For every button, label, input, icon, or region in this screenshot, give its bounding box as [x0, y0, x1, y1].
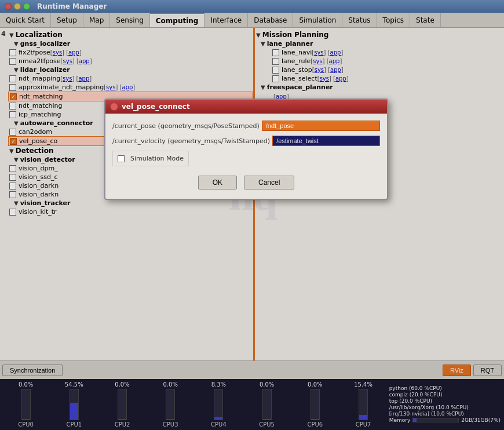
dialog-row-velocity: /current_velocity (geometry_msgs/TwistSt…	[112, 136, 380, 146]
checkbox-simulation-mode[interactable]	[118, 155, 125, 162]
dialog-overlay: vel_pose_connect /current_pose (geometry…	[0, 0, 504, 430]
dialog-label-velocity: /current_velocity (geometry_msgs/TwistSt…	[112, 137, 270, 145]
dialog-body: /current_pose (geometry_msgs/PoseStamped…	[105, 114, 387, 199]
dialog-ok-button[interactable]: OK	[198, 176, 237, 190]
dialog-titlebar: vel_pose_connect	[105, 100, 387, 114]
dialog-input-pose[interactable]	[262, 121, 380, 131]
dialog-sim-mode-container: Simulation Mode	[112, 151, 380, 166]
dialog-close-button[interactable]	[110, 103, 118, 111]
vel-pose-connect-dialog: vel_pose_connect /current_pose (geometry…	[104, 99, 388, 200]
dialog-label-pose: /current_pose (geometry_msgs/PoseStamped…	[112, 122, 260, 130]
dialog-input-velocity[interactable]	[272, 136, 380, 146]
label-simulation-mode: Simulation Mode	[130, 155, 184, 162]
dialog-buttons: OK Cancel	[112, 173, 380, 192]
dialog-title: vel_pose_connect	[122, 103, 190, 111]
dialog-row-pose: /current_pose (geometry_msgs/PoseStamped…	[112, 121, 380, 131]
dialog-cancel-button[interactable]: Cancel	[244, 176, 294, 190]
